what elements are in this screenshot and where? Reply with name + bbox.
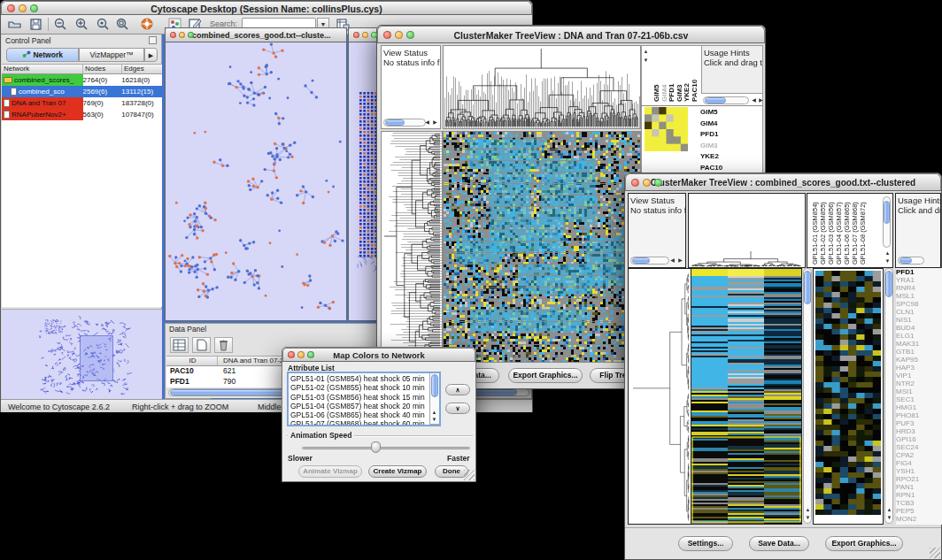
minimize-button[interactable] (19, 4, 27, 12)
scroll-down-icon[interactable]: ▼ (885, 515, 893, 521)
network-list-row[interactable]: RNAPuberNov2+563(0)107847(0) (2, 109, 162, 120)
zoom-in-icon[interactable] (74, 17, 89, 32)
attribute-item[interactable]: GPL51-06 (GSM865) heat shock 40 min (290, 410, 428, 419)
tv2-row-dendrogram-canvas[interactable] (629, 269, 691, 524)
scroll-left-icon[interactable]: ◀ (423, 119, 431, 126)
new-attribute-icon[interactable] (192, 337, 211, 353)
tv2-status-scrollbar[interactable] (630, 257, 669, 265)
minimize-button[interactable] (643, 179, 651, 187)
scroll-down-icon[interactable]: ▼ (884, 258, 892, 265)
tv1-heatmap-panel[interactable] (443, 131, 641, 363)
col-nodes[interactable]: Nodes (83, 65, 122, 73)
zoom-window-button[interactable] (406, 31, 414, 39)
col-edges[interactable]: Edges (122, 65, 162, 73)
float-panel-icon[interactable] (149, 36, 157, 44)
create-vizmap-button[interactable]: Create Vizmap (368, 465, 427, 478)
minimize-button[interactable] (362, 32, 368, 38)
network-list-row[interactable]: DNA and Tran 07769(0)183728(0) (2, 97, 162, 109)
scroll-down-icon[interactable]: ▼ (804, 515, 812, 521)
attribute-item[interactable]: GPL51-03 (GSM856) heat shock 15 min (290, 393, 428, 402)
tab-vizmapper[interactable]: VizMapper™ (79, 48, 144, 62)
export-graphics-button[interactable]: Export Graphics... (825, 536, 903, 551)
vscroll-thumb[interactable] (885, 271, 892, 297)
settings-button[interactable]: Settings... (678, 536, 733, 551)
speed-slider-thumb[interactable] (371, 441, 381, 453)
zoom-window-button[interactable] (654, 179, 662, 187)
tv2-genes-vscrollbar[interactable]: ▲ ▼ (884, 268, 893, 524)
help-lifering-icon[interactable] (140, 17, 155, 32)
scroll-right-icon[interactable]: ▶ (676, 257, 684, 264)
table-grid-icon[interactable] (170, 337, 189, 353)
tv1-row-dendrogram-panel[interactable] (381, 131, 443, 363)
scroll-right-icon[interactable]: ▶ (757, 97, 765, 104)
tv2-heatmap-strip-canvas[interactable] (691, 269, 801, 524)
scroll-down-icon[interactable]: ▼ (642, 58, 650, 64)
scroll-up-icon[interactable]: ▲ (804, 507, 812, 513)
tv2-top-dendrogram-canvas[interactable] (691, 250, 802, 267)
save-data-button[interactable]: Save Data... (749, 536, 809, 551)
scroll-up-icon[interactable]: ▲ (642, 49, 650, 55)
treeview1-titlebar[interactable]: ClusterMaker TreeView : DNA and Tran 07-… (377, 26, 765, 43)
tab-network[interactable]: Network (6, 48, 79, 62)
animate-vizmap-button[interactable]: Animate Vizmap (298, 465, 362, 478)
close-button[interactable] (288, 351, 295, 358)
scroll-up-icon[interactable]: ▲ (884, 250, 892, 257)
zoom-fit-icon[interactable] (115, 17, 130, 32)
vscroll-thumb[interactable] (431, 374, 438, 397)
export-graphics-button[interactable]: Export Graphics... (508, 368, 583, 383)
tab-overflow-arrow[interactable]: ▶ (144, 48, 158, 62)
close-button[interactable] (353, 32, 359, 38)
tv2-labels-vscrollbar[interactable] (883, 196, 891, 248)
resize-grip[interactable] (464, 470, 475, 480)
col-network[interactable]: Network (2, 65, 83, 73)
tv2-usage-scrollbar[interactable] (898, 257, 924, 265)
dialog-titlebar[interactable]: Map Colors to Network (282, 348, 475, 362)
zoom-selected-icon[interactable] (96, 17, 111, 32)
move-down-button[interactable]: ∨ (445, 403, 470, 414)
zoom-window-button[interactable] (188, 32, 194, 38)
birdseye-view-canvas[interactable] (4, 312, 159, 397)
close-button[interactable] (170, 32, 176, 38)
zoom-out-icon[interactable] (53, 17, 68, 32)
tv2-zoom-heatmap-panel[interactable] (813, 268, 884, 525)
network-view-1-canvas[interactable] (166, 42, 346, 320)
trash-icon[interactable] (214, 337, 233, 353)
tv1-summary-matrix-canvas[interactable] (645, 107, 688, 151)
zoom-window-button[interactable] (30, 4, 38, 12)
tv1-status-scrollbar[interactable] (383, 119, 426, 127)
attribute-listbox[interactable]: GPL51-01 (GSM854) heat shock 05 minGPL51… (287, 372, 441, 426)
network-window-1-titlebar[interactable]: combined_scores_good.txt--cluste... (166, 28, 346, 42)
tv2-top-dendrogram-panel[interactable] (688, 193, 806, 268)
scroll-left-icon[interactable]: ◀ (668, 257, 676, 264)
tv1-column-dendrogram-panel[interactable] (443, 45, 641, 129)
vscroll-thumb[interactable] (804, 271, 811, 304)
scroll-right-icon[interactable]: ▶ (431, 119, 439, 126)
tv2-row-dendrogram-panel[interactable] (628, 268, 691, 525)
resize-grip[interactable] (930, 548, 940, 558)
attribute-item[interactable]: GPL51-07 (GSM868) heat shock 60 min (290, 419, 428, 426)
zoom-window-button[interactable] (307, 351, 314, 358)
minimize-button[interactable] (297, 351, 305, 358)
zoom-window-button[interactable] (371, 32, 377, 38)
attribute-item[interactable]: GPL51-04 (GSM857) heat shock 20 min (290, 402, 428, 410)
tv2-heatmap-strip-panel[interactable] (691, 268, 802, 525)
minimize-button[interactable] (395, 31, 403, 39)
treeview2-titlebar[interactable]: ClusterMaker TreeView : combined_scores_… (625, 173, 941, 191)
network-list-row[interactable]: combined_sco2569(6)13112(15) (2, 86, 162, 97)
speed-slider-track[interactable] (302, 447, 470, 449)
attribute-list-vscrollbar[interactable]: ▲ ▼ (429, 373, 439, 425)
tv1-row-dendrogram-canvas[interactable] (382, 132, 442, 362)
scroll-down-icon[interactable]: ▼ (430, 417, 438, 423)
tv2-strip-vscrollbar[interactable]: ▲ ▼ (803, 268, 812, 524)
tv1-usage-scrollbar[interactable] (703, 96, 749, 104)
attribute-item[interactable]: GPL51-01 (GSM854) heat shock 05 min (290, 374, 428, 383)
save-session-icon[interactable] (28, 17, 43, 32)
tv2-zoom-heatmap-canvas[interactable] (815, 271, 881, 515)
close-button[interactable] (7, 4, 15, 12)
minimize-button[interactable] (179, 32, 185, 38)
close-button[interactable] (383, 31, 391, 39)
attribute-item[interactable]: GPL51-02 (GSM855) heat shock 10 min (290, 383, 428, 392)
network-list-row[interactable]: combined_scores_2764(0)16218(0) (2, 74, 162, 86)
close-button[interactable] (631, 179, 639, 187)
col-id[interactable]: ID (166, 357, 218, 365)
